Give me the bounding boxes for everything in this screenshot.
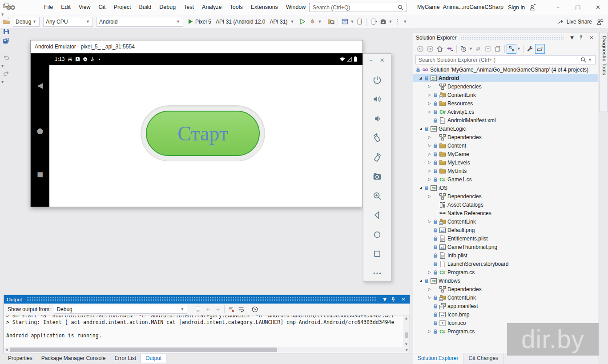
- close-icon[interactable]: ✕: [400, 297, 407, 302]
- emulator-screen[interactable]: ◀ ● ■ 1:13 A Старт: [31, 53, 362, 207]
- output-horizontal-scrollbar[interactable]: ◀ ▶: [4, 347, 410, 353]
- tree-expander-icon[interactable]: ◢: [418, 279, 423, 283]
- out-next-icon[interactable]: [213, 304, 222, 314]
- tree-item-asset-catalogs[interactable]: Asset Catalogs: [413, 200, 598, 209]
- menu-build[interactable]: Build: [135, 0, 155, 15]
- solution-config-combo[interactable]: Debug▼: [13, 17, 40, 27]
- menu-edit[interactable]: Edit: [57, 0, 75, 15]
- out-prev-icon[interactable]: [203, 304, 213, 314]
- scroll-left-arrow[interactable]: ◀: [5, 348, 8, 352]
- tree-expander-icon[interactable]: ▷: [427, 135, 432, 139]
- dropdown-chevron-icon[interactable]: ▼: [403, 20, 407, 24]
- solution-explorer-header[interactable]: Solution Explorer ▼ ✕: [413, 32, 598, 43]
- menu-extensions[interactable]: Extensions: [247, 0, 282, 15]
- device-arrow-icon[interactable]: [368, 17, 378, 27]
- emulator-rotate-right-button[interactable]: [371, 152, 383, 163]
- tree-expander-icon[interactable]: ▷: [427, 329, 432, 333]
- dropdown-chevron-icon[interactable]: ▼: [350, 20, 354, 24]
- menu-tools[interactable]: Tools: [226, 0, 247, 15]
- dropdown-chevron-icon[interactable]: ▼: [516, 47, 521, 51]
- emulator-volume-up-button[interactable]: [371, 93, 383, 105]
- tree-item-resources[interactable]: ▷Resources: [413, 99, 598, 108]
- out-clear-icon[interactable]: [226, 304, 236, 314]
- tree-item-game1-cs[interactable]: ▷C#Game1.cs: [413, 175, 598, 184]
- android-package-icon[interactable]: [378, 17, 388, 27]
- tree-item-dependencies[interactable]: ▷Dependencies: [413, 82, 598, 91]
- tree-expander-icon[interactable]: ▷: [427, 169, 432, 173]
- se-home-icon[interactable]: [435, 44, 445, 54]
- emulator-zoom-in-button[interactable]: [371, 190, 383, 202]
- tab-package-manager-console[interactable]: Package Manager Console: [37, 354, 110, 363]
- tree-expander-icon[interactable]: ◢: [418, 127, 423, 131]
- run-button[interactable]: Pixel 5 - API 31 (Android 12.0 - API 31)…: [188, 19, 294, 25]
- quick-search-box[interactable]: Search (Ctrl+Q): [309, 3, 407, 12]
- tree-item-native-references[interactable]: Native References: [413, 209, 598, 217]
- tab-output[interactable]: Output: [141, 354, 166, 363]
- tree-item-dependencies[interactable]: ▷Dependencies: [413, 133, 598, 141]
- android-home-button[interactable]: ●: [31, 126, 49, 135]
- se-switch-icon[interactable]: [445, 44, 455, 54]
- tree-item-androidmanifest-xml[interactable]: AndroidManifest.xml: [413, 116, 598, 124]
- tree-item-solution-mygame-animalgo-monogamecsharp-4-of-4-projects[interactable]: Solution 'MyGame_AnimalGo_MonoGameCSharp…: [413, 65, 598, 74]
- menu-project[interactable]: Project: [110, 0, 135, 15]
- tree-item-contentlink[interactable]: ▷ContentLink: [413, 91, 598, 99]
- tree-item-info-plist[interactable]: Info.plist: [413, 251, 598, 260]
- tree-item-contentlink[interactable]: ▷ContentLink: [413, 293, 598, 302]
- se-wrench-icon[interactable]: [525, 44, 535, 54]
- dropdown-chevron-icon[interactable]: ▼: [1, 13, 4, 16]
- tree-item-icon-bmp[interactable]: Icon.bmp: [413, 310, 598, 319]
- dropdown-chevron-icon[interactable]: ▼: [468, 47, 473, 51]
- android-back-button[interactable]: ◀: [31, 81, 49, 90]
- menu-file[interactable]: File: [40, 0, 57, 15]
- sign-in-link[interactable]: Sign in: [508, 4, 525, 11]
- tree-expander-icon[interactable]: ▷: [427, 220, 432, 224]
- se-sync-icon[interactable]: [473, 44, 483, 54]
- window-position-dropdown-icon[interactable]: ▼: [568, 35, 576, 40]
- tree-item-gamethumbnail-png[interactable]: GameThumbnail.png: [413, 243, 598, 251]
- tree-item-gamelogic[interactable]: ◢C#GameLogic: [413, 124, 598, 133]
- tree-item-content[interactable]: ▷Content: [413, 141, 598, 150]
- save-icon[interactable]: [1, 27, 11, 36]
- outline-play-icon[interactable]: [298, 17, 307, 27]
- se-files-icon[interactable]: [493, 44, 503, 54]
- se-preview-icon[interactable]: [535, 44, 545, 54]
- se-track-icon[interactable]: [507, 44, 516, 54]
- emulator-camera-button[interactable]: [371, 171, 383, 182]
- live-share-button[interactable]: Live Share: [557, 18, 592, 25]
- scroll-up-arrow[interactable]: ▲: [403, 316, 410, 320]
- save-all-icon[interactable]: [1, 36, 11, 46]
- redo-icon[interactable]: [1, 68, 11, 78]
- tree-item-entitlements-plist[interactable]: Entitlements.plist: [413, 234, 598, 243]
- emulator-nav-overview-button[interactable]: [371, 248, 383, 260]
- emulator-nav-home-button[interactable]: [371, 229, 383, 240]
- output-source-combo[interactable]: Debug▼: [54, 305, 187, 314]
- tree-expander-icon[interactable]: ▷: [427, 152, 432, 156]
- start-game-button[interactable]: Старт: [141, 105, 265, 161]
- dropdown-chevron-icon[interactable]: ▼: [1, 64, 4, 68]
- tree-item-ios[interactable]: ◢C#iOS: [413, 184, 598, 192]
- menu-analyze[interactable]: Analyze: [198, 0, 225, 15]
- tree-item-myunits[interactable]: ▷MyUnits: [413, 167, 598, 175]
- window-maximize-button[interactable]: □: [568, 0, 588, 15]
- tab-git-changes[interactable]: Git Changes: [463, 353, 503, 364]
- tree-expander-icon[interactable]: ▷: [427, 296, 432, 300]
- output-header[interactable]: Output ▼ ✕: [4, 295, 410, 304]
- tree-expander-icon[interactable]: ▷: [427, 270, 432, 274]
- menu-debug[interactable]: Debug: [155, 0, 180, 15]
- se-back-icon[interactable]: [415, 44, 425, 54]
- se-pending-icon[interactable]: [459, 44, 468, 54]
- window-position-dropdown-icon[interactable]: ▼: [381, 297, 388, 302]
- tree-expander-icon[interactable]: ▷: [427, 84, 432, 88]
- tree-item-activity1-cs[interactable]: ▷C#Activity1.cs: [413, 108, 598, 116]
- vertical-scroll-thumb[interactable]: [405, 332, 408, 338]
- code-sync-icon[interactable]: [354, 17, 364, 27]
- tree-expander-icon[interactable]: ◢: [418, 186, 423, 190]
- dropdown-chevron-icon[interactable]: ▼: [317, 20, 322, 24]
- emulator-rotate-left-button[interactable]: [371, 132, 383, 144]
- solution-explorer-search-box[interactable]: Search Solution Explorer (Ctrl+;) ▼: [415, 55, 596, 64]
- window-nav-icon[interactable]: [340, 17, 350, 27]
- sign-in-person-icon[interactable]: [528, 4, 536, 11]
- tree-item-mygame[interactable]: ▷MyGame: [413, 150, 598, 158]
- tree-item-dependencies[interactable]: ▷Dependencies: [413, 192, 598, 200]
- undo-icon[interactable]: [1, 52, 11, 62]
